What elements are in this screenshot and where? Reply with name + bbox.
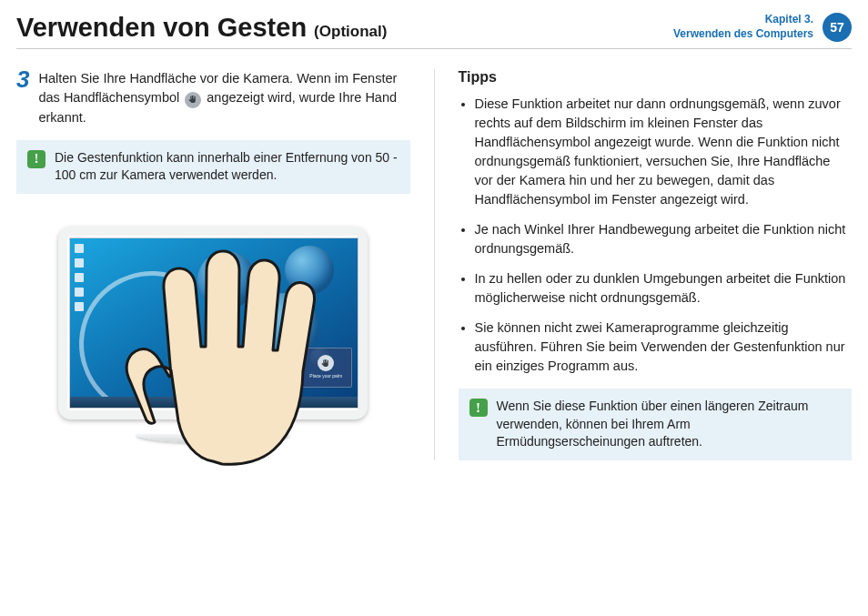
alert-icon: ! [469, 399, 488, 417]
chapter-label: Kapitel 3. Verwenden des Computers [673, 13, 813, 41]
list-item: Diese Funktion arbeitet nur dann ordnung… [475, 95, 853, 209]
tips-list: Diese Funktion arbeitet nur dann ordnung… [459, 95, 853, 376]
palm-overlay-label: Place your palm [309, 374, 342, 379]
page-header: Verwenden von Gesten (Optional) Kapitel … [16, 13, 852, 49]
palm-overlay-icon [318, 355, 334, 371]
chapter-line1: Kapitel 3. [673, 13, 813, 27]
tips-heading: Tipps [459, 69, 853, 86]
list-item: Je nach Winkel Ihrer Handbewegung arbeit… [475, 220, 853, 258]
step-number: 3 [16, 67, 29, 127]
title-optional: (Optional) [314, 23, 387, 41]
palm-overlay-box: Place your palm [299, 348, 352, 388]
step-text: Halten Sie Ihre Handfläche vor die Kamer… [38, 69, 409, 127]
column-divider [434, 69, 435, 460]
title-text: Verwenden von Gesten [16, 13, 307, 43]
fatigue-note: ! Wenn Sie diese Funktion über einen län… [459, 389, 853, 460]
monitor-graphic: Place your palm [58, 227, 368, 443]
chapter-line2: Verwenden des Computers [673, 27, 813, 42]
list-item: Sie können nicht zwei Kameraprogramme gl… [475, 318, 853, 376]
step-3: 3 Halten Sie Ihre Handfläche vor die Kam… [16, 69, 410, 127]
distance-note-text: Die Gestenfunktion kann innerhalb einer … [55, 149, 399, 185]
fatigue-note-text: Wenn Sie diese Funktion über einen länge… [497, 398, 842, 451]
header-right: Kapitel 3. Verwenden des Computers 57 [673, 13, 852, 42]
list-item: In zu hellen oder zu dunklen Umgebungen … [475, 269, 853, 308]
illustration: Place your palm [16, 227, 410, 443]
page-title: Verwenden von Gesten (Optional) [16, 13, 387, 43]
palm-icon [185, 92, 201, 108]
page-number-badge: 57 [823, 13, 852, 42]
left-column: 3 Halten Sie Ihre Handfläche vor die Kam… [16, 69, 410, 460]
distance-note: ! Die Gestenfunktion kann innerhalb eine… [16, 140, 410, 194]
alert-icon: ! [27, 150, 45, 168]
right-column: Tipps Diese Funktion arbeitet nur dann o… [459, 69, 853, 460]
